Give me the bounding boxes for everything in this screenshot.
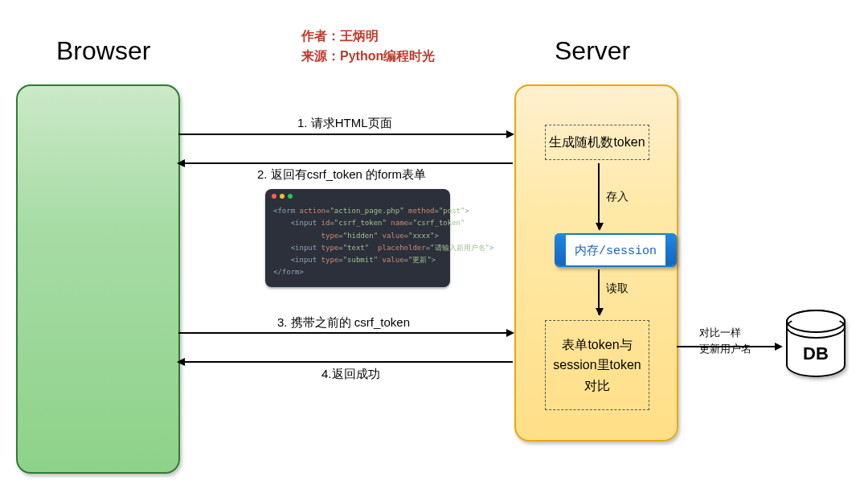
compare-line1: 表单token与 [562, 335, 632, 355]
arrow-step4 [178, 361, 513, 363]
session-box: 内存/session [555, 233, 677, 267]
arrow-step4-label: 4.返回成功 [321, 367, 380, 382]
arrow-step3-label: 3. 携带之前的 csrf_token [277, 315, 410, 331]
code-titlebar [265, 189, 450, 203]
author-label: 作者：王炳明 [301, 28, 379, 45]
window-max-dot [288, 194, 293, 199]
window-close-dot [272, 194, 276, 199]
db-note-line1: 对比一样 [699, 326, 741, 340]
arrow-step2-label: 2. 返回有csrf_token 的form表单 [257, 167, 426, 183]
server-title: Server [555, 36, 630, 66]
generate-token-box: 生成随机数token [545, 125, 649, 160]
arrow-read [598, 269, 600, 314]
db-label: DB [788, 343, 844, 364]
browser-title: Browser [56, 36, 150, 66]
db-cylinder: DB [786, 310, 845, 377]
arrow-save [598, 163, 600, 229]
arrow-step2 [178, 162, 513, 164]
compare-line2: session里token [553, 355, 641, 376]
arrow-save-label: 存入 [606, 190, 628, 204]
compare-box: 表单token与 session里token 对比 [545, 320, 649, 410]
arrow-step1-label: 1. 请求HTML页面 [297, 116, 392, 131]
session-label: 内存/session [567, 235, 664, 265]
compare-line3: 对比 [584, 376, 610, 396]
code-window: <form action="action_page.php" method="p… [265, 189, 450, 287]
arrow-step3 [178, 332, 513, 334]
source-label: 来源：Python编程时光 [301, 48, 435, 65]
arrow-step1 [178, 134, 513, 135]
browser-box [16, 84, 180, 474]
db-note-line2: 更新用户名 [699, 342, 751, 356]
diagram-canvas: Browser Server 作者：王炳明 来源：Python编程时光 1. 请… [0, 0, 868, 493]
code-body: <form action="action_page.php" method="p… [265, 203, 450, 282]
arrow-read-label: 读取 [606, 281, 628, 296]
generate-token-label: 生成随机数token [549, 132, 645, 153]
window-min-dot [280, 194, 285, 199]
